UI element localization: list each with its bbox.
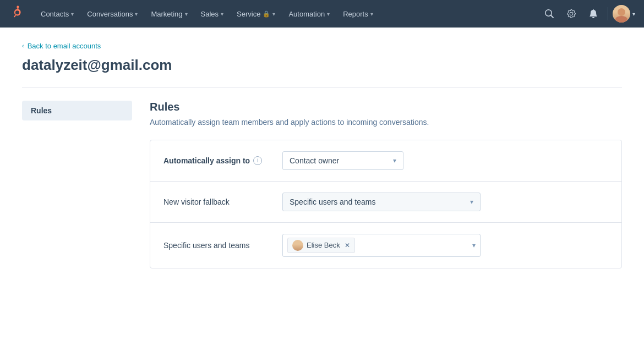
notifications-button[interactable]	[583, 4, 603, 24]
info-icon[interactable]: i	[253, 156, 262, 165]
rules-heading: Rules	[150, 101, 622, 113]
main-layout: Rules Rules Automatically assign team me…	[0, 87, 644, 282]
tag-avatar	[292, 240, 303, 251]
chevron-left-icon: ‹	[22, 42, 24, 49]
rule-label-auto-assign: Automatically assign to i	[163, 156, 274, 165]
chevron-down-icon: ▾	[393, 157, 396, 164]
search-button[interactable]	[539, 4, 559, 24]
sidebar: Rules	[22, 87, 132, 282]
chevron-down-icon: ▾	[135, 11, 138, 17]
settings-button[interactable]	[561, 4, 581, 24]
back-to-email-accounts-link[interactable]: ‹ Back to email accounts	[22, 42, 101, 50]
nav-reports[interactable]: Reports ▾	[337, 0, 379, 28]
chevron-down-icon: ▾	[327, 11, 330, 17]
chevron-down-icon: ▾	[71, 11, 74, 17]
chevron-down-icon: ▾	[470, 198, 473, 206]
user-tag-elise-beck: Elise Beck ✕	[287, 238, 355, 253]
chevron-down-icon: ▾	[185, 11, 188, 17]
nav-left: Contacts ▾ Conversations ▾ Marketing ▾ S…	[9, 0, 539, 28]
nav-marketing[interactable]: Marketing ▾	[145, 0, 193, 28]
visitor-fallback-dropdown[interactable]: Specific users and teams ▾	[282, 193, 481, 211]
visitor-fallback-dropdown-value: Specific users and teams	[290, 198, 375, 206]
rules-card: Automatically assign to i Contact owner …	[150, 140, 622, 268]
back-section: ‹ Back to email accounts	[0, 28, 644, 54]
page-title-section: datalyzeit@gmail.com	[0, 54, 644, 87]
hubspot-logo[interactable]	[9, 4, 24, 23]
chevron-down-icon: ▾	[272, 11, 275, 17]
rule-row-auto-assign: Automatically assign to i Contact owner …	[150, 140, 621, 182]
page-content: ‹ Back to email accounts datalyzeit@gmai…	[0, 28, 644, 362]
nav-automation[interactable]: Automation ▾	[283, 0, 335, 28]
auto-assign-dropdown-value: Contact owner	[290, 156, 339, 165]
rule-label-visitor-fallback: New visitor fallback	[163, 198, 274, 206]
chevron-down-icon: ▾	[632, 11, 635, 17]
user-avatar-menu[interactable]: ▾	[613, 5, 635, 23]
rule-label-specific-users: Specific users and teams	[163, 241, 274, 250]
nav-sales[interactable]: Sales ▾	[195, 0, 230, 28]
chevron-down-icon: ▾	[370, 11, 373, 17]
top-navigation: Contacts ▾ Conversations ▾ Marketing ▾ S…	[0, 0, 644, 28]
tag-remove-button[interactable]: ✕	[345, 242, 350, 249]
page-title: datalyzeit@gmail.com	[22, 57, 622, 74]
avatar	[613, 5, 630, 23]
tag-list: Elise Beck ✕	[287, 238, 468, 253]
chevron-down-icon: ▾	[221, 11, 223, 17]
tag-label: Elise Beck	[307, 241, 340, 249]
nav-right: ▾	[539, 4, 635, 24]
specific-users-tag-input[interactable]: Elise Beck ✕ ▾	[282, 234, 481, 257]
rule-row-visitor-fallback: New visitor fallback Specific users and …	[150, 182, 621, 223]
chevron-down-icon: ▾	[472, 242, 476, 249]
nav-conversations[interactable]: Conversations ▾	[81, 0, 143, 28]
lock-icon: 🔒	[263, 10, 270, 18]
nav-service[interactable]: Service 🔒 ▾	[231, 0, 281, 28]
auto-assign-dropdown[interactable]: Contact owner ▾	[282, 151, 403, 170]
nav-divider	[608, 7, 608, 20]
main-panel: Rules Automatically assign team members …	[132, 87, 622, 282]
rule-row-specific-users: Specific users and teams Elise Beck ✕ ▾	[150, 223, 621, 268]
nav-contacts[interactable]: Contacts ▾	[35, 0, 79, 28]
rules-description: Automatically assign team members and ap…	[150, 118, 622, 127]
sidebar-item-rules[interactable]: Rules	[22, 101, 132, 120]
